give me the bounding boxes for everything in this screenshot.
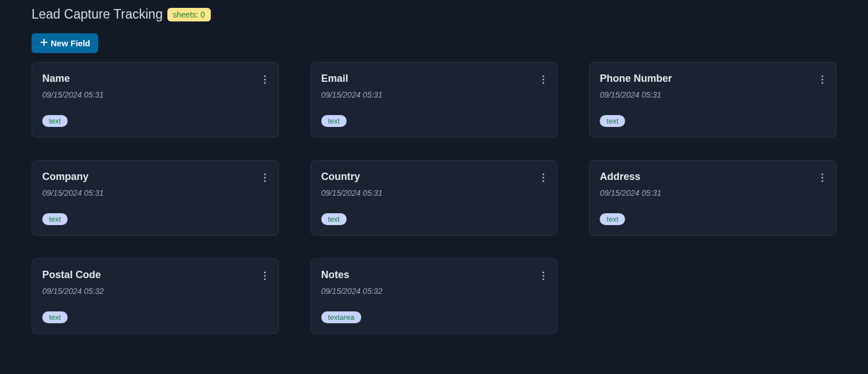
svg-point-23	[543, 271, 544, 273]
field-more-button[interactable]	[262, 171, 268, 186]
svg-point-21	[264, 275, 265, 276]
svg-point-7	[543, 82, 544, 83]
svg-point-4	[264, 82, 265, 83]
svg-point-6	[543, 78, 544, 80]
field-more-button[interactable]	[262, 269, 268, 284]
more-vertical-icon	[821, 75, 823, 86]
sheets-count-badge: sheets: 0	[167, 8, 211, 21]
page-title: Lead Capture Tracking	[32, 7, 163, 22]
svg-point-10	[821, 82, 823, 83]
svg-point-22	[264, 278, 265, 280]
svg-point-15	[543, 177, 544, 178]
field-date: 09/15/2024 05:32	[42, 287, 104, 296]
field-title: Name	[42, 73, 104, 85]
svg-point-8	[821, 75, 823, 77]
field-more-button[interactable]	[819, 73, 826, 88]
svg-point-19	[821, 180, 823, 182]
svg-point-3	[264, 78, 265, 80]
field-type-badge: text	[600, 115, 625, 127]
svg-point-24	[543, 275, 544, 276]
field-type-badge: text	[42, 213, 68, 225]
field-card: Address 09/15/2024 05:31 text	[589, 160, 836, 236]
more-vertical-icon	[264, 75, 266, 86]
field-title: Country	[321, 171, 383, 183]
plus-icon	[39, 38, 48, 49]
svg-point-25	[543, 278, 544, 280]
svg-point-2	[264, 75, 265, 77]
field-title: Notes	[321, 269, 383, 281]
field-more-button[interactable]	[819, 171, 826, 186]
more-vertical-icon	[542, 173, 544, 184]
new-field-button[interactable]: New Field	[32, 33, 98, 53]
field-type-badge: text	[42, 311, 68, 323]
svg-point-13	[264, 180, 265, 182]
field-more-button[interactable]	[540, 73, 547, 88]
field-title: Address	[600, 171, 661, 183]
empty-grid-cell	[589, 258, 836, 334]
more-vertical-icon	[542, 75, 544, 86]
field-card: Postal Code 09/15/2024 05:32 text	[32, 258, 279, 334]
field-date: 09/15/2024 05:31	[42, 188, 104, 197]
field-date: 09/15/2024 05:31	[321, 188, 383, 197]
field-card: Phone Number 09/15/2024 05:31 text	[589, 62, 836, 138]
field-type-badge: text	[321, 213, 347, 225]
field-card: Country 09/15/2024 05:31 text	[311, 160, 558, 236]
fields-grid: Name 09/15/2024 05:31 text Email 09/15/2…	[32, 62, 836, 334]
page-header: Lead Capture Tracking sheets: 0	[32, 7, 836, 22]
field-type-badge: textarea	[321, 311, 361, 323]
field-card: Name 09/15/2024 05:31 text	[32, 62, 279, 138]
field-date: 09/15/2024 05:31	[600, 90, 672, 99]
field-card: Email 09/15/2024 05:31 text	[311, 62, 558, 138]
field-date: 09/15/2024 05:31	[321, 90, 383, 99]
svg-point-16	[543, 180, 544, 182]
field-type-badge: text	[600, 213, 625, 225]
field-date: 09/15/2024 05:31	[42, 90, 104, 99]
field-title: Postal Code	[42, 269, 104, 281]
field-date: 09/15/2024 05:31	[600, 188, 661, 197]
field-type-badge: text	[321, 115, 347, 127]
field-title: Email	[321, 73, 383, 85]
svg-point-5	[543, 75, 544, 77]
svg-point-18	[821, 177, 823, 178]
more-vertical-icon	[821, 173, 823, 184]
svg-point-17	[821, 173, 823, 175]
field-more-button[interactable]	[262, 73, 268, 88]
field-type-badge: text	[42, 115, 68, 127]
more-vertical-icon	[264, 271, 266, 282]
field-card: Notes 09/15/2024 05:32 textarea	[311, 258, 558, 334]
field-date: 09/15/2024 05:32	[321, 287, 383, 296]
svg-point-11	[264, 173, 265, 175]
field-title: Phone Number	[600, 73, 672, 85]
svg-point-20	[264, 271, 265, 273]
field-more-button[interactable]	[540, 269, 547, 284]
more-vertical-icon	[264, 173, 266, 184]
field-title: Company	[42, 171, 104, 183]
svg-point-9	[821, 78, 823, 80]
svg-point-14	[543, 173, 544, 175]
field-more-button[interactable]	[540, 171, 547, 186]
more-vertical-icon	[542, 271, 544, 282]
field-card: Company 09/15/2024 05:31 text	[32, 160, 279, 236]
new-field-label: New Field	[51, 38, 90, 48]
svg-point-12	[264, 177, 265, 178]
